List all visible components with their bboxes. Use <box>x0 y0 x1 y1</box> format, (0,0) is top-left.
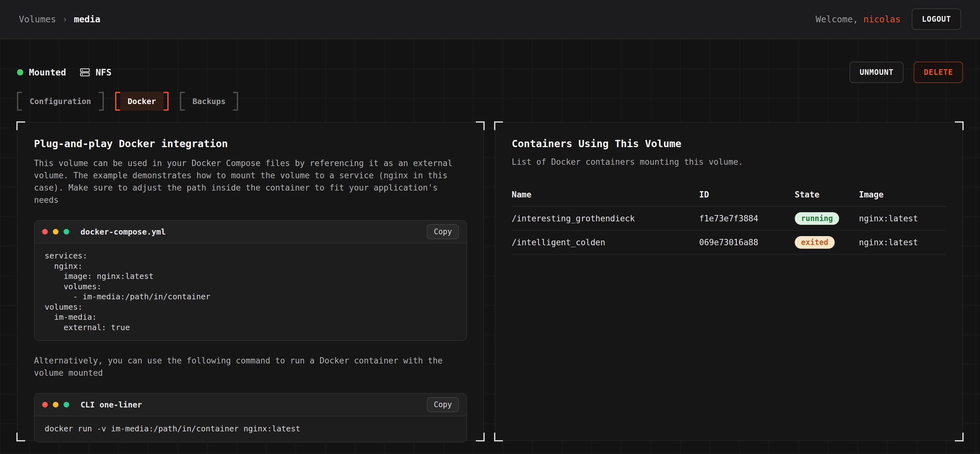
container-image: nginx:latest <box>859 238 946 247</box>
mounted-status-label: Mounted <box>29 67 66 78</box>
container-state-cell: running <box>795 212 859 225</box>
corner-bracket-icon <box>955 121 964 130</box>
col-header-id: ID <box>699 190 795 199</box>
username: nicolas <box>863 14 900 24</box>
corner-bracket-icon <box>476 121 485 130</box>
corner-bracket-icon <box>16 433 25 441</box>
traffic-light-red-icon <box>42 402 48 408</box>
docker-panel-description: This volume can be used in your Docker C… <box>34 157 467 206</box>
tab-configuration[interactable]: Configuration <box>17 92 104 111</box>
cli-code-body: docker run -v im-media:/path/in/containe… <box>35 416 466 442</box>
cli-copy-button[interactable]: Copy <box>427 397 459 412</box>
mounted-status-dot-icon <box>17 69 23 75</box>
logout-button[interactable]: LOGOUT <box>912 8 961 30</box>
containers-table: Name ID State Image /interesting_grothen… <box>512 183 946 255</box>
container-name: /interesting_grothendieck <box>512 214 699 223</box>
container-name: /intelligent_colden <box>512 238 699 247</box>
volume-status-row: Mounted NFS UNMOUNT DELETE <box>17 62 963 83</box>
driver-status: NFS <box>80 67 111 78</box>
chevron-right-icon: › <box>62 14 68 24</box>
compose-code-text: services: nginx: image: nginx:latest vol… <box>45 251 457 333</box>
containers-table-header: Name ID State Image <box>512 183 946 207</box>
col-header-image: Image <box>859 190 946 199</box>
col-header-name: Name <box>512 190 699 199</box>
mounted-status: Mounted <box>17 67 66 78</box>
panels-row: Plug-and-play Docker integration This vo… <box>17 122 963 441</box>
tab-bracket-left <box>17 92 22 111</box>
compose-code-body: services: nginx: image: nginx:latest vol… <box>35 243 466 340</box>
docker-panel-title: Plug-and-play Docker integration <box>34 138 467 150</box>
tab-bracket-right <box>164 92 169 111</box>
tab-docker-label: Docker <box>120 92 164 111</box>
corner-bracket-icon <box>476 433 485 441</box>
containers-panel: Containers Using This Volume List of Doc… <box>495 122 963 441</box>
container-id: 069e73016a88 <box>699 238 795 247</box>
cli-filename: CLI one-liner <box>81 400 422 410</box>
volume-actions: UNMOUNT DELETE <box>850 62 963 83</box>
volume-detail-page: Volumes › media Welcome, nicolas LOGOUT … <box>0 0 980 454</box>
tab-bracket-left <box>115 92 120 111</box>
corner-bracket-icon <box>16 121 25 130</box>
traffic-light-green-icon <box>64 229 69 235</box>
tab-configuration-label: Configuration <box>22 92 99 111</box>
tab-bar: Configuration Docker Backups <box>17 92 963 111</box>
docker-integration-panel: Plug-and-play Docker integration This vo… <box>17 122 484 441</box>
status-badge: exited <box>795 236 835 249</box>
corner-bracket-icon <box>955 433 964 441</box>
compose-copy-button[interactable]: Copy <box>427 224 459 239</box>
tab-bracket-left <box>180 92 185 111</box>
containers-panel-subtitle: List of Docker containers mounting this … <box>512 157 946 167</box>
top-bar-right: Welcome, nicolas LOGOUT <box>816 8 961 30</box>
delete-button[interactable]: DELETE <box>914 62 963 83</box>
table-row: /interesting_grothendieck f1e73e7f3884 r… <box>512 207 946 231</box>
driver-label: NFS <box>95 67 111 78</box>
corner-bracket-icon <box>494 121 503 130</box>
main-content: Mounted NFS UNMOUNT DELETE <box>0 39 980 454</box>
status-left: Mounted NFS <box>17 67 111 78</box>
container-image: nginx:latest <box>859 214 946 223</box>
compose-code-card-header: docker-compose.yml Copy <box>35 221 466 243</box>
breadcrumb: Volumes › media <box>19 14 100 24</box>
container-id: f1e73e7f3884 <box>699 214 795 223</box>
tab-docker[interactable]: Docker <box>115 92 169 111</box>
tab-backups-label: Backups <box>185 92 233 111</box>
tab-bracket-right <box>233 92 238 111</box>
containers-panel-title: Containers Using This Volume <box>512 138 946 150</box>
top-bar: Volumes › media Welcome, nicolas LOGOUT <box>0 0 980 39</box>
tab-backups[interactable]: Backups <box>180 92 238 111</box>
traffic-light-red-icon <box>42 229 48 235</box>
corner-bracket-icon <box>494 433 503 441</box>
compose-filename: docker-compose.yml <box>81 227 422 237</box>
breadcrumb-volumes-link[interactable]: Volumes <box>19 14 56 24</box>
welcome-prefix: Welcome, <box>816 14 864 24</box>
unmount-button[interactable]: UNMOUNT <box>850 62 904 83</box>
cli-code-card-header: CLI one-liner Copy <box>35 394 466 416</box>
col-header-state: State <box>795 190 859 199</box>
cli-code-card: CLI one-liner Copy docker run -v im-medi… <box>34 393 467 442</box>
cli-intro-text: Alternatively, you can use the following… <box>34 355 467 379</box>
table-row: /intelligent_colden 069e73016a88 exited … <box>512 231 946 255</box>
traffic-light-yellow-icon <box>53 402 59 408</box>
traffic-light-green-icon <box>64 402 69 408</box>
status-badge: running <box>795 212 839 225</box>
traffic-light-yellow-icon <box>53 229 59 235</box>
breadcrumb-current-volume: media <box>74 14 100 24</box>
cli-code-text: docker run -v im-media:/path/in/containe… <box>45 424 457 434</box>
container-state-cell: exited <box>795 236 859 249</box>
welcome-text: Welcome, nicolas <box>816 14 901 24</box>
server-stack-icon <box>80 67 90 77</box>
compose-code-card: docker-compose.yml Copy services: nginx:… <box>34 220 467 341</box>
tab-bracket-right <box>99 92 104 111</box>
